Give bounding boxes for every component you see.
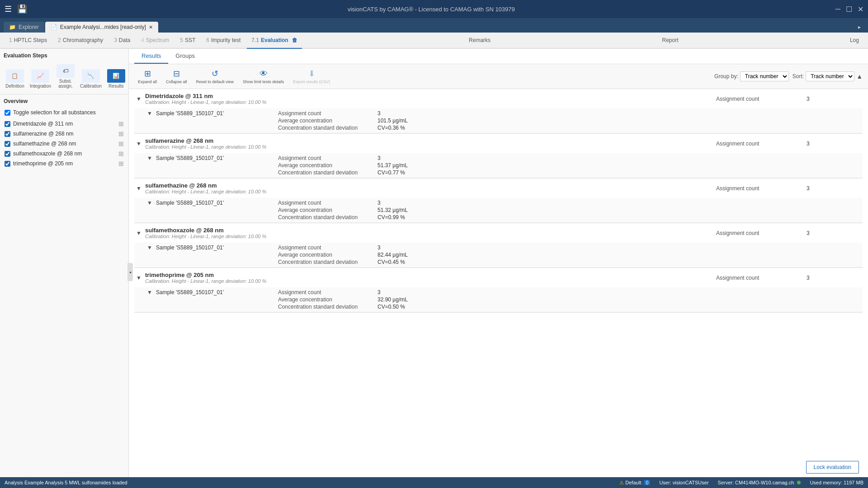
toggle-all-checkbox[interactable] bbox=[5, 110, 10, 116]
eval-step-definition[interactable]: 📋 Definition bbox=[4, 67, 26, 90]
nav-hptlc-steps[interactable]: 1 HPTLC Steps bbox=[5, 32, 52, 48]
sidebar-collapse-handle[interactable]: ◂ bbox=[127, 263, 133, 281]
group-by-select[interactable]: Track number bbox=[740, 71, 789, 81]
tab-results[interactable]: Results bbox=[134, 49, 168, 64]
sample-row-sulfamethoxazole-1[interactable]: ▼ Sample 'S5889_150107_01' Assignment co… bbox=[134, 243, 863, 267]
reset-default-button[interactable]: ↺ Reset to default view bbox=[193, 67, 238, 86]
sample-name-dimetridazole-1: Sample 'S5889_150107_01' bbox=[156, 110, 269, 117]
integration-step-icon: 📈 bbox=[31, 69, 49, 83]
show-limit-tests-button[interactable]: 👁 Show limit tests details bbox=[239, 67, 288, 86]
assignment-count-label-3: Assignment count bbox=[716, 185, 807, 192]
substance-group-sulfamethoxazole: ▼ sulfamethoxazole @ 268 nm Calibration:… bbox=[134, 223, 863, 268]
substance-calibration-trimethoprime: Calibration: Height - Linear-1, range de… bbox=[145, 278, 716, 284]
substance-group-sulfamethazine: ▼ sulfamethazine @ 268 nm Calibration: H… bbox=[134, 178, 863, 223]
substance-checkbox-2[interactable] bbox=[5, 131, 10, 137]
stat-value-count-sm1: 3 bbox=[377, 155, 381, 161]
nav-label-log: Log bbox=[850, 37, 859, 43]
sidebar-substance-sulfamethazine[interactable]: sulfamethazine @ 268 nm ⊞ bbox=[4, 139, 125, 149]
lock-evaluation-button[interactable]: Lock evaluation bbox=[806, 461, 859, 474]
substance-header-trimethoprime[interactable]: ▼ trimethoprime @ 205 nm Calibration: He… bbox=[134, 268, 863, 287]
nav-chromatography[interactable]: 2 Chromatography bbox=[53, 32, 108, 48]
substance-checkbox-4[interactable] bbox=[5, 151, 10, 157]
save-icon[interactable]: 💾 bbox=[17, 4, 27, 14]
nav-spectrum[interactable]: 4 Spectrum bbox=[137, 32, 174, 48]
overview-title: Overview bbox=[4, 98, 125, 104]
eval-steps-title: Evaluation Steps bbox=[4, 52, 125, 59]
stat-value-std-d1: CV=0.36 % bbox=[377, 125, 405, 131]
eval-step-subst-assign[interactable]: 🏷 Subst. assign. bbox=[55, 62, 76, 90]
assignment-count-value-2: 3 bbox=[807, 141, 861, 147]
sort-arrow-up[interactable]: ▲ bbox=[856, 73, 863, 80]
sample-expand-4[interactable]: ▼ bbox=[147, 244, 154, 251]
sample-expand-5[interactable]: ▼ bbox=[147, 289, 154, 296]
sample-expand-1[interactable]: ▼ bbox=[147, 110, 154, 117]
window-controls: ─ ☐ ✕ bbox=[835, 5, 863, 14]
assignment-count-label-4: Assignment count bbox=[716, 230, 807, 236]
stat-label-avg-t1: Average concentration bbox=[278, 296, 377, 303]
assignment-count-value-1: 3 bbox=[807, 96, 861, 102]
close-button[interactable]: ✕ bbox=[858, 5, 863, 14]
minimize-button[interactable]: ─ bbox=[835, 5, 840, 14]
substance-checkbox-3[interactable] bbox=[5, 141, 10, 147]
substance-checkbox-1[interactable] bbox=[5, 121, 10, 127]
stat-value-count-d1: 3 bbox=[377, 110, 381, 117]
assignment-count-label-1: Assignment count bbox=[716, 96, 807, 102]
definition-step-icon: 📋 bbox=[6, 69, 24, 83]
export-results-button[interactable]: ⬇ Export results (CSV) bbox=[289, 67, 334, 86]
sample-row-sulfamerazine-1[interactable]: ▼ Sample 'S5889_150107_01' Assignment co… bbox=[134, 153, 863, 178]
hamburger-icon[interactable]: ☰ bbox=[5, 4, 12, 14]
stat-label-std-smt1: Concentration standard deviation bbox=[278, 214, 377, 221]
substance-table-icon-1[interactable]: ⊞ bbox=[118, 120, 124, 127]
sample-row-sulfamethazine-1[interactable]: ▼ Sample 'S5889_150107_01' Assignment co… bbox=[134, 198, 863, 223]
tab-groups[interactable]: Groups bbox=[168, 49, 202, 64]
delete-evaluation-icon[interactable]: 🗑 bbox=[292, 37, 297, 43]
substance-header-sulfamethoxazole[interactable]: ▼ sulfamethoxazole @ 268 nm Calibration:… bbox=[134, 223, 863, 243]
expand-all-button[interactable]: ⊞ Expand all bbox=[134, 67, 160, 86]
eval-step-integration[interactable]: 📈 Integration bbox=[28, 67, 53, 90]
sample-expand-3[interactable]: ▼ bbox=[147, 200, 154, 206]
substance-checkbox-5[interactable] bbox=[5, 161, 10, 167]
titlebar-left: ☰ 💾 bbox=[5, 4, 27, 14]
nav-label-remarks: Remarks bbox=[469, 37, 491, 43]
sample-row-dimetridazole-1[interactable]: ▼ Sample 'S5889_150107_01' Assignment co… bbox=[134, 108, 863, 133]
sample-row-trimethoprime-1[interactable]: ▼ Sample 'S5889_150107_01' Assignment co… bbox=[134, 287, 863, 312]
sidebar-substance-trimethoprime[interactable]: trimethoprime @ 205 nm ⊞ bbox=[4, 159, 125, 169]
collapse-all-label: Collapse all bbox=[166, 80, 187, 84]
nav-remarks[interactable]: Remarks bbox=[464, 32, 495, 48]
sample-name-sulfamerazine-1: Sample 'S5889_150107_01' bbox=[156, 155, 269, 161]
substance-table-icon-5[interactable]: ⊞ bbox=[118, 160, 124, 167]
substance-header-dimetridazole[interactable]: ▼ Dimetridazole @ 311 nm Calibration: He… bbox=[134, 89, 863, 108]
substance-table-icon-2[interactable]: ⊞ bbox=[118, 130, 124, 137]
nav-log[interactable]: Log bbox=[845, 32, 863, 48]
tab-overflow-arrow[interactable]: ▸ bbox=[854, 22, 864, 33]
stat-label-std-smx1: Concentration standard deviation bbox=[278, 259, 377, 265]
toggle-all-substances[interactable]: Toggle selection for all substances bbox=[4, 108, 125, 117]
tab-close-button[interactable]: ✕ bbox=[149, 24, 153, 30]
sidebar-substance-sulfamethoxazole[interactable]: sulfamethoxazole @ 268 nm ⊞ bbox=[4, 149, 125, 159]
nav-data[interactable]: 3 Data bbox=[109, 32, 135, 48]
nav-sst[interactable]: 5 SST bbox=[175, 32, 200, 48]
substance-header-sulfamethazine[interactable]: ▼ sulfamethazine @ 268 nm Calibration: H… bbox=[134, 178, 863, 198]
substance-table-icon-4[interactable]: ⊞ bbox=[118, 150, 124, 157]
sidebar-substance-dimetridazole[interactable]: Dimetridazole @ 311 nm ⊞ bbox=[4, 119, 125, 129]
substance-header-sulfamerazine[interactable]: ▼ sulfamerazine @ 268 nm Calibration: He… bbox=[134, 134, 863, 153]
collapse-all-button[interactable]: ⊟ Collapse all bbox=[162, 67, 191, 86]
substance-calibration-sulfamerazine: Calibration: Height - Linear-1, range de… bbox=[145, 144, 716, 150]
eval-step-calibration[interactable]: 📉 Calibration bbox=[78, 67, 104, 90]
assignment-count-label-5: Assignment count bbox=[716, 275, 807, 281]
sort-select[interactable]: Track number bbox=[806, 71, 854, 81]
sidebar-substance-sulfamerazine[interactable]: sulfamerazine @ 268 nm ⊞ bbox=[4, 129, 125, 139]
nav-evaluation[interactable]: 7.1 Evaluation 🗑 bbox=[247, 33, 302, 49]
maximize-button[interactable]: ☐ bbox=[846, 5, 852, 14]
nav-report[interactable]: Report bbox=[658, 32, 683, 48]
tab-explorer[interactable]: 📁 Explorer bbox=[4, 22, 44, 33]
expand-all-icon: ⊞ bbox=[144, 69, 151, 79]
nav-label-sst: SST bbox=[185, 37, 195, 43]
tab-analysis[interactable]: 📄 Example Analysi...mides [read-only] ✕ bbox=[45, 22, 158, 33]
substance-name-sulfamethoxazole: sulfamethoxazole @ 268 nm bbox=[145, 227, 224, 234]
nav-label-report: Report bbox=[662, 37, 679, 43]
nav-impurity[interactable]: 6 Impurity test bbox=[202, 32, 245, 48]
sample-expand-2[interactable]: ▼ bbox=[147, 155, 154, 161]
eval-step-results[interactable]: 📊 Results bbox=[105, 67, 127, 90]
substance-table-icon-3[interactable]: ⊞ bbox=[118, 140, 124, 147]
